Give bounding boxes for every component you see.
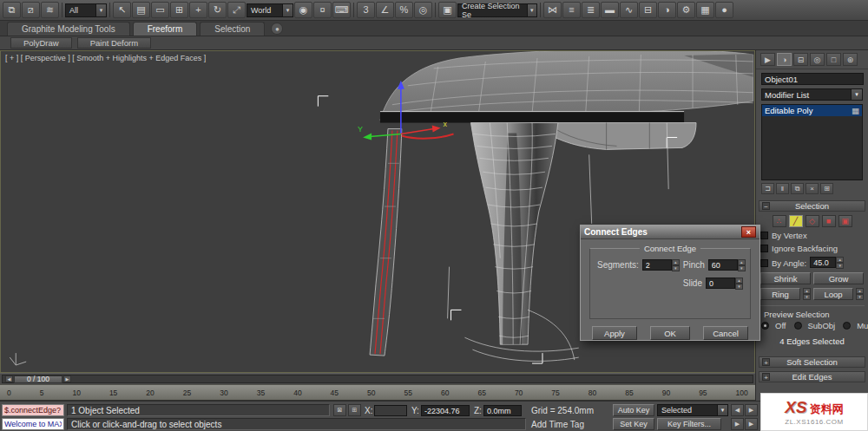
render-production-icon[interactable]: ●	[715, 2, 733, 18]
border-mode-icon[interactable]: ◇	[806, 215, 819, 227]
pinch-field[interactable]	[708, 259, 738, 271]
next-frame-icon[interactable]: ▶	[63, 375, 71, 382]
remove-modifier-icon[interactable]: ×	[806, 183, 819, 194]
spin-up-icon[interactable]: ▴	[856, 288, 864, 294]
tab-paint-deform[interactable]: Paint Deform	[77, 37, 151, 49]
select-and-rotate-icon[interactable]: ↻	[208, 2, 227, 18]
loop-button[interactable]: Loop	[813, 288, 853, 300]
ring-button[interactable]: Ring	[760, 288, 800, 300]
spin-down-icon[interactable]: ▾	[672, 265, 680, 271]
spin-down-icon[interactable]: ▾	[803, 294, 811, 300]
preview-subobj-radio[interactable]	[794, 322, 802, 330]
modify-tab-icon[interactable]: ◑	[777, 53, 792, 66]
window-crossing-icon[interactable]: ⊞	[170, 2, 188, 18]
spin-down-icon[interactable]: ▾	[735, 284, 743, 290]
slide-field[interactable]	[706, 278, 735, 289]
grow-button[interactable]: Grow	[813, 272, 864, 284]
pin-stack-icon[interactable]: ⊐	[761, 183, 774, 194]
vertex-mode-icon[interactable]: ∴	[773, 215, 786, 227]
spin-down-icon[interactable]: ▾	[856, 294, 864, 300]
unlink-selection-icon[interactable]: ⧄	[22, 2, 40, 18]
render-setup-icon[interactable]: ⚙	[677, 2, 695, 18]
selection-filter-dropdown[interactable]: All ▾	[65, 3, 107, 17]
time-slider-handle[interactable]: 0 / 100	[14, 375, 62, 383]
previous-frame-icon[interactable]: ◀	[5, 375, 13, 382]
select-and-move-icon[interactable]: +	[189, 2, 207, 18]
ribbon-minimize-icon[interactable]: ●	[271, 23, 283, 35]
spin-up-icon[interactable]: ▴	[672, 259, 680, 265]
y-coordinate-field[interactable]	[421, 405, 470, 416]
rollout-soft-selection[interactable]: + Soft Selection	[759, 356, 865, 368]
create-tab-icon[interactable]: ▶	[760, 53, 775, 66]
select-object-icon[interactable]: ↖	[113, 2, 131, 18]
rendered-frame-icon[interactable]: ▦	[696, 2, 714, 18]
maxscript-input[interactable]	[2, 404, 64, 416]
dialog-title-bar[interactable]: Connect Edges ×	[581, 225, 760, 239]
maxscript-output[interactable]	[2, 418, 64, 430]
cancel-button[interactable]: Cancel	[703, 326, 748, 340]
key-filters-button[interactable]: Key Filters...	[657, 418, 721, 430]
stack-item-editable-poly[interactable]: Editable Poly ▦	[762, 105, 862, 116]
auto-key-button[interactable]: Auto Key	[613, 404, 654, 416]
edge-mode-icon[interactable]: ╱	[789, 215, 803, 227]
angle-snap-icon[interactable]: ∠	[376, 2, 394, 18]
segments-field[interactable]	[642, 259, 672, 271]
previous-key-icon[interactable]: ◀	[731, 404, 744, 416]
absolute-mode-icon[interactable]: ⊞	[348, 404, 361, 416]
make-unique-icon[interactable]: ⧉	[791, 183, 804, 194]
modifier-stack[interactable]: Editable Poly ▦	[761, 104, 863, 180]
spin-down-icon[interactable]: ▾	[836, 263, 844, 269]
close-icon[interactable]: ×	[741, 226, 756, 238]
edit-named-sets-icon[interactable]: ▣	[438, 2, 457, 18]
tab-freeform[interactable]: Freeform	[133, 22, 198, 36]
by-vertex-checkbox[interactable]	[760, 232, 768, 239]
percent-snap-icon[interactable]: %	[395, 2, 413, 18]
spin-down-icon[interactable]: ▾	[738, 265, 746, 271]
x-coordinate-field[interactable]	[374, 405, 407, 416]
shrink-button[interactable]: Shrink	[760, 272, 811, 284]
named-selection-sets-dropdown[interactable]: Create Selection Se ▾	[457, 3, 537, 17]
hierarchy-tab-icon[interactable]: ⊟	[793, 53, 808, 66]
configure-modifier-sets-icon[interactable]: ⊞	[820, 183, 833, 194]
display-tab-icon[interactable]: □	[826, 53, 841, 66]
selected-set-dropdown[interactable]: Selected ▾	[657, 404, 728, 416]
preview-multi-radio[interactable]	[843, 322, 851, 330]
play-animation-icon[interactable]: ▶	[731, 418, 744, 430]
select-and-scale-icon[interactable]: ⤢	[227, 2, 246, 18]
selection-lock-icon[interactable]: ⊠	[333, 404, 346, 416]
select-and-link-icon[interactable]: ⧉	[3, 2, 21, 18]
object-name-field[interactable]	[761, 73, 864, 85]
track-bar[interactable]: 0510152025303540455055606570758085909510…	[0, 384, 755, 401]
tab-polydraw[interactable]: PolyDraw	[10, 37, 72, 49]
next-key-icon[interactable]: ▶	[745, 404, 758, 416]
snaps-toggle-icon[interactable]: 3	[357, 2, 375, 18]
time-slider[interactable]: ◀ 0 / 100 ▶	[0, 373, 755, 384]
tab-selection[interactable]: Selection	[200, 22, 265, 36]
tab-graphite-modeling-tools[interactable]: Graphite Modeling Tools	[7, 22, 130, 36]
show-end-result-icon[interactable]: ‖	[776, 183, 789, 194]
spin-up-icon[interactable]: ▴	[738, 259, 746, 265]
spin-up-icon[interactable]: ▴	[836, 257, 844, 263]
material-editor-icon[interactable]: ◑	[658, 2, 676, 18]
preview-off-radio[interactable]	[761, 322, 769, 330]
select-by-name-icon[interactable]: ▤	[132, 2, 150, 18]
ribbon-toggle-icon[interactable]: ▬	[601, 2, 619, 18]
spin-up-icon[interactable]: ▴	[735, 278, 743, 284]
rollout-selection[interactable]: − Selection	[759, 200, 865, 212]
schematic-view-icon[interactable]: ⊟	[639, 2, 657, 18]
time-slider-track[interactable]: ◀ 0 / 100 ▶	[2, 375, 753, 383]
reference-coordinate-dropdown[interactable]: World ▾	[247, 3, 293, 17]
layer-manager-icon[interactable]: ≣	[582, 2, 600, 18]
viewport-label[interactable]: [ + ] [ Perspective ] [ Smooth + Highlig…	[5, 54, 206, 62]
ok-button[interactable]: OK	[650, 326, 690, 340]
mirror-icon[interactable]: ⋈	[543, 2, 562, 18]
keyboard-override-icon[interactable]: ⌨	[332, 2, 351, 18]
by-angle-value[interactable]	[810, 257, 836, 268]
polygon-mode-icon[interactable]: ■	[822, 215, 836, 227]
set-key-button[interactable]: Set Key	[613, 418, 654, 430]
utilities-tab-icon[interactable]: ⊛	[843, 53, 858, 66]
spin-up-icon[interactable]: ▴	[803, 288, 811, 294]
goto-end-icon[interactable]: ▶	[745, 418, 758, 430]
curve-editor-icon[interactable]: ∿	[620, 2, 638, 18]
apply-button[interactable]: Apply	[592, 326, 637, 340]
